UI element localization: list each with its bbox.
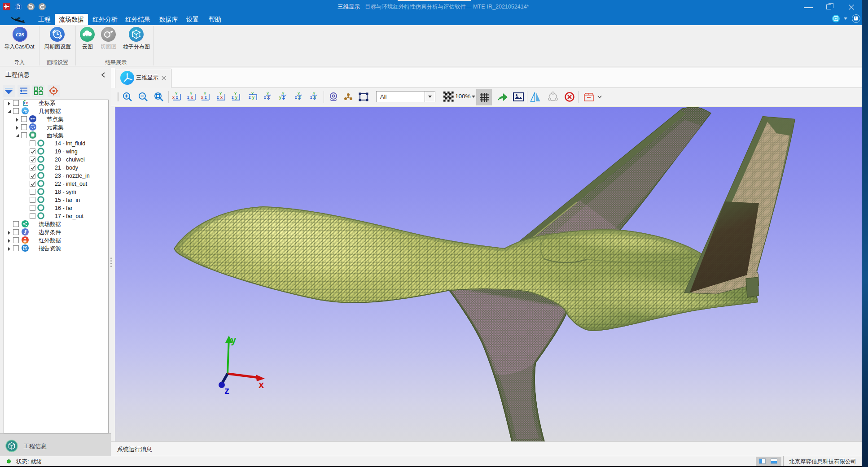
- svg-text:Y: Y: [282, 92, 285, 96]
- svg-text:z: z: [310, 95, 312, 100]
- svg-text:z: z: [217, 95, 219, 100]
- svg-text:y: y: [252, 95, 254, 100]
- svg-text:x: x: [191, 95, 193, 100]
- svg-text:z: z: [224, 385, 229, 396]
- svg-text:z: z: [295, 95, 297, 100]
- svg-text:x: x: [220, 95, 223, 100]
- svg-text:Y: Y: [219, 92, 222, 96]
- svg-text:y: y: [231, 334, 237, 345]
- svg-text:Y: Y: [234, 92, 237, 96]
- svg-text:x: x: [172, 95, 175, 100]
- svg-text:x: x: [259, 379, 264, 390]
- svg-text:z: z: [264, 95, 266, 100]
- svg-text:Y: Y: [190, 92, 193, 96]
- svg-text:y: y: [279, 95, 281, 100]
- svg-text:y: y: [235, 95, 237, 100]
- svg-text:z: z: [232, 95, 234, 100]
- svg-text:z: z: [249, 95, 251, 100]
- svg-text:z: z: [205, 95, 207, 100]
- svg-text:z: z: [187, 95, 189, 100]
- svg-text:Y: Y: [267, 92, 269, 96]
- svg-text:x: x: [201, 95, 203, 100]
- svg-text:Y: Y: [298, 92, 300, 96]
- svg-text:Y: Y: [313, 92, 316, 96]
- svg-text:Y: Y: [204, 92, 206, 96]
- svg-text:x: x: [26, 101, 28, 105]
- svg-text:z: z: [176, 95, 178, 100]
- svg-text:Y: Y: [175, 92, 178, 96]
- svg-text:z: z: [24, 101, 26, 105]
